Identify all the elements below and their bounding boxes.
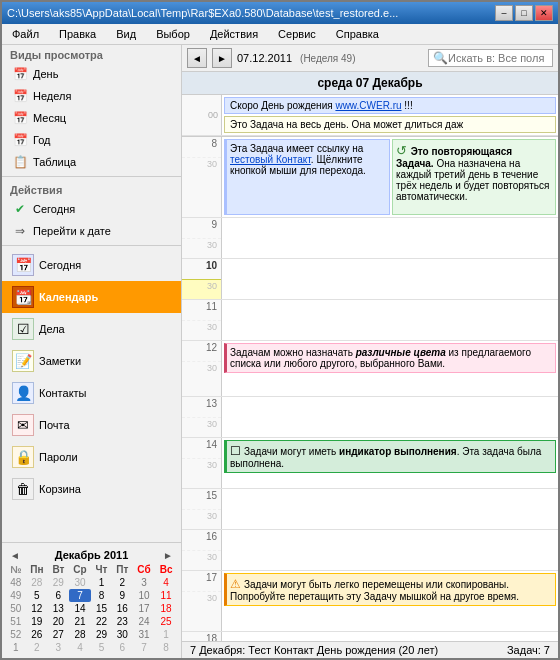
mini-cal-day[interactable]: 1	[91, 576, 112, 589]
mini-cal-day[interactable]: 19	[26, 615, 48, 628]
event-contact-link[interactable]: тестовый Контакт	[230, 154, 311, 165]
mini-cal-day[interactable]: 17	[133, 602, 155, 615]
minimize-button[interactable]: –	[495, 5, 513, 21]
menu-file[interactable]: Файл	[7, 26, 44, 42]
mini-cal-day[interactable]: 3	[133, 576, 155, 589]
mini-cal-day[interactable]: 5	[26, 589, 48, 602]
sidebar-item-nav-calendar-label: Календарь	[39, 291, 98, 303]
sidebar-item-week[interactable]: 📅 Неделя	[2, 85, 181, 107]
menu-select[interactable]: Выбор	[151, 26, 195, 42]
mini-cal-day[interactable]: 10	[133, 589, 155, 602]
prev-button[interactable]: ◄	[187, 48, 207, 68]
mini-cal-day[interactable]: 27	[48, 628, 69, 641]
mini-cal-day[interactable]: 30	[112, 628, 133, 641]
mini-cal-day[interactable]: 2	[26, 641, 48, 654]
menu-edit[interactable]: Правка	[54, 26, 101, 42]
mini-cal-day[interactable]: 24	[133, 615, 155, 628]
mini-cal-day[interactable]: 16	[112, 602, 133, 615]
calendar-view[interactable]: среда 07 Декабрь 00 Скоро День рождения …	[182, 72, 558, 641]
mini-cal-day[interactable]: 9	[112, 589, 133, 602]
sidebar-item-nav-passwords[interactable]: 🔒 Пароли	[2, 441, 181, 473]
mini-cal-day[interactable]: 29	[91, 628, 112, 641]
allday-event-1[interactable]: Это Задача на весь день. Она может длить…	[224, 116, 556, 133]
close-button[interactable]: ✕	[535, 5, 553, 21]
mini-cal-day[interactable]: 4	[69, 641, 91, 654]
menu-view[interactable]: Вид	[111, 26, 141, 42]
mini-cal-day[interactable]: 25	[155, 615, 177, 628]
menu-service[interactable]: Сервис	[273, 26, 321, 42]
mini-cal-day[interactable]: 12	[26, 602, 48, 615]
mini-cal-next[interactable]: ►	[163, 550, 173, 561]
col-sat: Сб	[133, 563, 155, 576]
mini-calendar-month-year: Декабрь 2011	[55, 549, 129, 561]
mini-cal-day[interactable]: 8	[91, 589, 112, 602]
search-input[interactable]	[448, 52, 548, 64]
sidebar-item-nav-tasks[interactable]: ☑ Дела	[2, 313, 181, 345]
menu-help[interactable]: Справка	[331, 26, 384, 42]
bday-event[interactable]: Скоро День рождения www.CWER.ru !!!	[224, 97, 556, 114]
mini-cal-day[interactable]: 2	[112, 576, 133, 589]
mini-cal-day[interactable]: 6	[48, 589, 69, 602]
mini-cal-day[interactable]: 29	[48, 576, 69, 589]
mini-cal-day[interactable]: 13	[48, 602, 69, 615]
mini-cal-day[interactable]: 28	[26, 576, 48, 589]
mini-cal-day[interactable]: 3	[48, 641, 69, 654]
mini-cal-day[interactable]: 31	[133, 628, 155, 641]
hour-13-half-label: 30	[182, 417, 221, 437]
sidebar-action-goto[interactable]: ⇒ Перейти к дате	[2, 220, 181, 242]
bday-text: Скоро День рождения	[230, 100, 335, 111]
mini-cal-week-num: 52	[6, 628, 26, 641]
event-green-completion[interactable]: ☐Задачи могут иметь индикатор выполнения…	[224, 440, 556, 473]
mini-cal-day[interactable]: 20	[48, 615, 69, 628]
repeat-icon: ↺	[396, 143, 411, 158]
sidebar-item-nav-notes[interactable]: 📝 Заметки	[2, 345, 181, 377]
time-grid: 8 30 Эта Задача имеет ссылку на тестовый…	[182, 137, 558, 641]
mini-cal-day[interactable]: 7	[133, 641, 155, 654]
nav-tasks-icon: ☑	[12, 318, 34, 340]
mini-cal-day[interactable]: 22	[91, 615, 112, 628]
mini-cal-day[interactable]: 8	[155, 641, 177, 654]
mini-cal-day[interactable]: 23	[112, 615, 133, 628]
mini-cal-prev[interactable]: ◄	[10, 550, 20, 561]
sidebar-action-today[interactable]: ✔ Сегодня	[2, 198, 181, 220]
mini-cal-day[interactable]: 6	[112, 641, 133, 654]
mini-cal-day[interactable]: 14	[69, 602, 91, 615]
event-orange[interactable]: ⚠Задачи могут быть легко перемещены или …	[224, 573, 556, 606]
maximize-button[interactable]: □	[515, 5, 533, 21]
mini-cal-day[interactable]: 26	[26, 628, 48, 641]
bday-link[interactable]: www.CWER.ru	[335, 100, 401, 111]
sidebar-item-day[interactable]: 📅 День	[2, 63, 181, 85]
mini-cal-day[interactable]: 18	[155, 602, 177, 615]
hour-11-container: 11 30	[182, 300, 558, 341]
mini-cal-day[interactable]: 5	[91, 641, 112, 654]
mini-cal-day[interactable]: 11	[155, 589, 177, 602]
hour-18-label: 18	[182, 632, 221, 641]
nav-mail-icon: ✉	[12, 414, 34, 436]
hour-12-container: 12 30 Задачам можно назначать различные …	[182, 341, 558, 397]
hour-17-events: ⚠Задачи могут быть легко перемещены или …	[222, 571, 558, 631]
sidebar-item-nav-contacts[interactable]: 👤 Контакты	[2, 377, 181, 409]
mini-cal-day[interactable]: 1	[155, 628, 177, 641]
allday-row-1: 00 Скоро День рождения www.CWER.ru !!! Э…	[182, 95, 558, 136]
mini-cal-day[interactable]: 30	[69, 576, 91, 589]
sidebar-item-nav-mail[interactable]: ✉ Почта	[2, 409, 181, 441]
sidebar-item-nav-calendar[interactable]: 📆 Календарь	[2, 281, 181, 313]
mini-cal-day[interactable]: 7	[69, 589, 91, 602]
mini-cal-day[interactable]: 21	[69, 615, 91, 628]
mini-cal-day[interactable]: 4	[155, 576, 177, 589]
mini-cal-day[interactable]: 15	[91, 602, 112, 615]
event-pink[interactable]: Задачам можно назначать различные цвета …	[224, 343, 556, 373]
sidebar-item-month[interactable]: 📅 Месяц	[2, 107, 181, 129]
nav-today-icon: 📅	[12, 254, 34, 276]
sidebar-item-nav-today[interactable]: 📅 Сегодня	[2, 249, 181, 281]
week-icon: 📅	[12, 88, 28, 104]
sidebar-item-year[interactable]: 📅 Год	[2, 129, 181, 151]
menu-actions[interactable]: Действия	[205, 26, 263, 42]
mini-cal-day[interactable]: 28	[69, 628, 91, 641]
sidebar-item-table[interactable]: 📋 Таблица	[2, 151, 181, 173]
sidebar-item-nav-trash[interactable]: 🗑 Корзина	[2, 473, 181, 505]
event-repeating[interactable]: ↺ Это повторяющаяся Задача. Она назначен…	[392, 139, 556, 215]
next-button[interactable]: ►	[212, 48, 232, 68]
allday-event-1-text: Это Задача на весь день. Она может длить…	[230, 119, 463, 130]
event-blue-1[interactable]: Эта Задача имеет ссылку на тестовый Конт…	[224, 139, 390, 215]
